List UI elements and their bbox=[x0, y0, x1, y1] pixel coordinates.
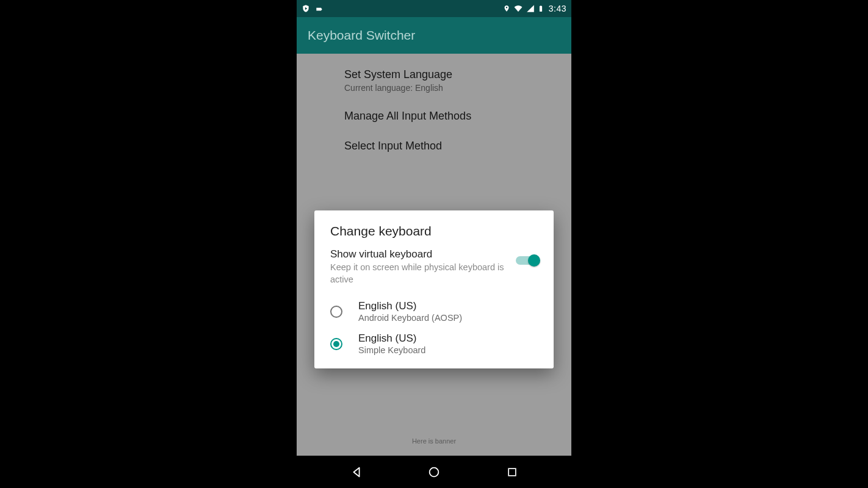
settings-item-system-language[interactable]: Set System Language Current language: En… bbox=[297, 60, 571, 101]
list-item-sub: Current language: English bbox=[344, 83, 559, 93]
list-item-title: Set System Language bbox=[344, 68, 559, 81]
settings-item-select-input[interactable]: Select Input Method bbox=[297, 131, 571, 161]
nav-home-button[interactable] bbox=[416, 462, 452, 482]
option-title: English (US) bbox=[358, 332, 425, 345]
phone-frame: 3:43 Keyboard Switcher Set System Langua… bbox=[297, 0, 571, 488]
toggle-title: Show virtual keyboard bbox=[330, 248, 508, 260]
nav-back-button[interactable] bbox=[338, 462, 375, 482]
android-nav-bar bbox=[297, 456, 571, 488]
radio-checked-icon bbox=[330, 338, 342, 350]
battery-charging-icon bbox=[538, 4, 544, 13]
settings-item-manage-input[interactable]: Manage All Input Methods bbox=[297, 101, 571, 131]
location-icon bbox=[503, 4, 510, 13]
app-bar: Keyboard Switcher bbox=[297, 17, 571, 54]
shield-play-icon bbox=[302, 4, 310, 13]
toggle-sub: Keep it on screen while physical keyboar… bbox=[330, 262, 508, 285]
keyboard-option-simple[interactable]: English (US) Simple Keyboard bbox=[330, 328, 538, 360]
app-content: Set System Language Current language: En… bbox=[297, 54, 571, 456]
show-virtual-keyboard-row[interactable]: Show virtual keyboard Keep it on screen … bbox=[330, 248, 538, 285]
status-clock: 3:43 bbox=[549, 4, 566, 13]
usb-icon bbox=[315, 4, 324, 13]
switch-thumb bbox=[528, 254, 540, 267]
settings-list: Set System Language Current language: En… bbox=[297, 54, 571, 161]
svg-point-0 bbox=[430, 467, 439, 476]
nav-recents-button[interactable] bbox=[494, 462, 530, 482]
option-sub: Simple Keyboard bbox=[358, 345, 425, 355]
option-sub: Android Keyboard (AOSP) bbox=[358, 313, 462, 323]
signal-icon bbox=[526, 4, 535, 13]
list-item-title: Select Input Method bbox=[344, 140, 559, 152]
list-item-title: Manage All Input Methods bbox=[344, 110, 559, 123]
wifi-icon bbox=[513, 4, 523, 13]
option-title: English (US) bbox=[358, 300, 462, 312]
app-title: Keyboard Switcher bbox=[308, 28, 415, 43]
dialog-title: Change keyboard bbox=[330, 224, 538, 239]
keyboard-option-aosp[interactable]: English (US) Android Keyboard (AOSP) bbox=[330, 295, 538, 328]
change-keyboard-dialog: Change keyboard Show virtual keyboard Ke… bbox=[314, 210, 554, 368]
radio-unchecked-icon bbox=[330, 306, 342, 318]
virtual-keyboard-switch[interactable] bbox=[516, 254, 538, 267]
ad-banner: Here is banner bbox=[297, 437, 571, 445]
svg-rect-1 bbox=[508, 468, 516, 476]
status-bar: 3:43 bbox=[297, 0, 571, 17]
